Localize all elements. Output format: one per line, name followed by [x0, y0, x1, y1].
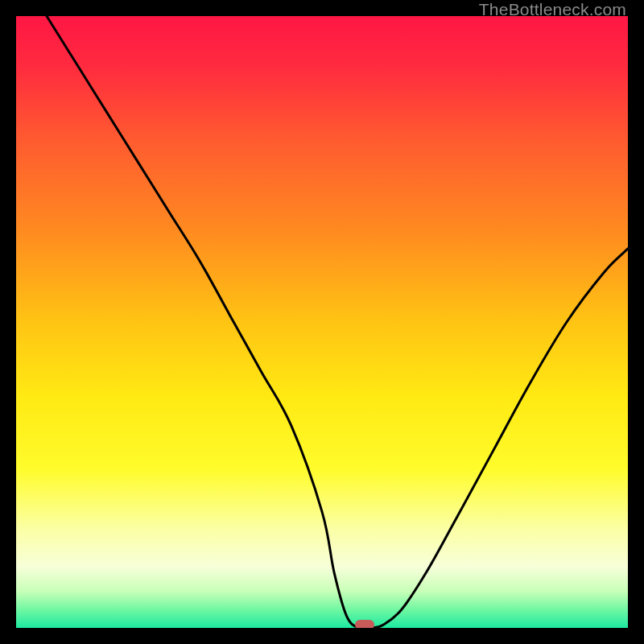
plot-area	[16, 16, 628, 628]
optimal-point-marker	[355, 620, 374, 628]
bottleneck-curve	[16, 16, 628, 628]
watermark-text: TheBottleneck.com	[479, 0, 626, 19]
chart-frame: TheBottleneck.com	[0, 0, 644, 644]
